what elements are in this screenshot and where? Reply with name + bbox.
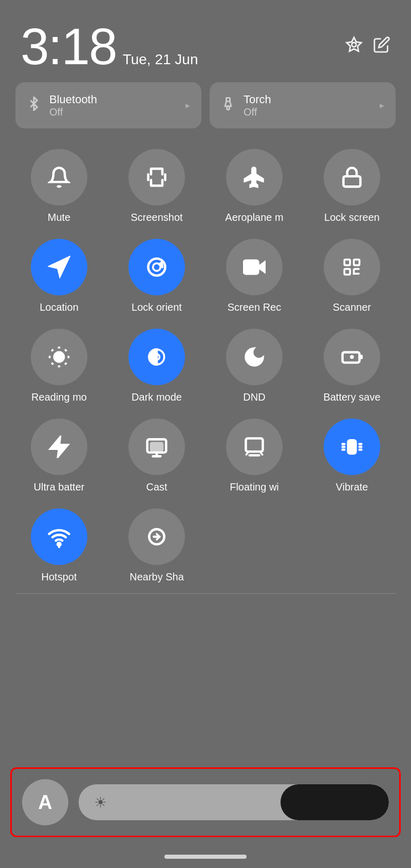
quick-grid-row4: Ultra batter Cast Floating wi xyxy=(0,413,411,498)
cast-circle[interactable] xyxy=(128,419,185,475)
location-circle[interactable] xyxy=(31,239,87,295)
svg-line-24 xyxy=(65,363,67,365)
tile-hotspot[interactable]: Hotspot xyxy=(15,508,103,583)
torch-tile[interactable]: Torch Off ▸ xyxy=(210,82,396,128)
svg-rect-15 xyxy=(354,259,360,265)
divider xyxy=(15,593,396,594)
tile-screenrec[interactable]: Screen Rec xyxy=(211,239,298,313)
svg-point-29 xyxy=(57,354,62,360)
empty-cell-2 xyxy=(308,508,396,583)
bluetooth-tile[interactable]: Bluetooth Off ▸ xyxy=(15,82,201,128)
settings-icon[interactable] xyxy=(345,36,363,57)
screenrec-label: Screen Rec xyxy=(228,301,282,313)
mute-label: Mute xyxy=(48,212,70,223)
brightness-fill xyxy=(281,784,389,820)
batterysave-label: Battery save xyxy=(323,391,380,403)
quick-grid-row3: Reading mo Dark mode DND xyxy=(0,324,411,408)
ultrabattery-circle[interactable] xyxy=(31,419,87,475)
edit-icon[interactable] xyxy=(373,36,390,57)
svg-marker-36 xyxy=(51,438,68,457)
torch-content: Torch Off xyxy=(244,93,271,118)
svg-point-1 xyxy=(352,43,357,47)
bluetooth-arrow: ▸ xyxy=(185,100,190,111)
torch-icon xyxy=(221,97,235,115)
svg-rect-43 xyxy=(348,440,356,454)
svg-rect-13 xyxy=(244,260,258,274)
tile-aeroplane[interactable]: Aeroplane m xyxy=(211,149,298,223)
svg-marker-9 xyxy=(51,258,69,276)
brightness-slider[interactable]: ☀ xyxy=(79,784,389,820)
aeroplane-label: Aeroplane m xyxy=(225,212,283,223)
screenshot-circle[interactable] xyxy=(128,149,185,205)
floatingwi-label: Floating wi xyxy=(230,481,279,493)
bluetooth-content: Bluetooth Off xyxy=(49,93,97,118)
clock-display: 3:18 xyxy=(21,21,117,72)
bottom-controls: A ☀ xyxy=(10,767,401,837)
svg-line-28 xyxy=(65,350,67,351)
readingmode-circle[interactable] xyxy=(31,329,87,385)
tile-batterysave[interactable]: Battery save xyxy=(308,329,396,403)
top-tiles-row: Bluetooth Off ▸ Torch Off ▸ xyxy=(0,82,411,128)
torch-title: Torch xyxy=(244,93,271,106)
vibrate-circle[interactable] xyxy=(324,419,380,475)
tile-vibrate[interactable]: Vibrate xyxy=(308,419,396,493)
date-display: Tue, 21 Jun xyxy=(123,51,198,68)
brightness-icon: ☀ xyxy=(94,794,107,811)
darkmode-label: Dark mode xyxy=(132,391,182,403)
lockscreen-circle[interactable] xyxy=(324,149,380,205)
font-size-button[interactable]: A xyxy=(22,779,68,825)
svg-line-23 xyxy=(52,350,53,351)
lockorient-circle[interactable] xyxy=(128,239,185,295)
tile-dnd[interactable]: DND xyxy=(211,329,298,403)
screenshot-label: Screenshot xyxy=(130,212,182,223)
cast-label: Cast xyxy=(146,481,167,493)
time-section: 3:18 Tue, 21 Jun xyxy=(21,21,198,72)
tile-ultrabattery[interactable]: Ultra batter xyxy=(15,419,103,493)
svg-rect-40 xyxy=(151,443,162,451)
quick-grid-row1: Mute Screenshot Aeroplane m xyxy=(0,144,411,229)
tile-scanner[interactable]: Scanner xyxy=(308,239,396,313)
batterysave-circle[interactable] xyxy=(324,329,380,385)
scanner-label: Scanner xyxy=(333,301,371,313)
tile-lockorient[interactable]: Lock orient xyxy=(113,239,200,313)
bluetooth-title: Bluetooth xyxy=(49,93,97,106)
tile-location[interactable]: Location xyxy=(15,239,103,313)
dnd-label: DND xyxy=(243,391,265,403)
vibrate-label: Vibrate xyxy=(335,481,368,493)
floatingwi-circle[interactable] xyxy=(226,419,283,475)
mute-circle[interactable] xyxy=(31,149,87,205)
tile-nearbysha[interactable]: Nearby Sha xyxy=(113,508,200,583)
bluetooth-status: Off xyxy=(49,106,97,118)
header: 3:18 Tue, 21 Jun xyxy=(0,0,411,82)
screenrec-circle[interactable] xyxy=(226,239,283,295)
svg-rect-41 xyxy=(246,439,263,452)
svg-rect-3 xyxy=(227,106,230,109)
lockorient-label: Lock orient xyxy=(132,301,182,313)
tile-darkmode[interactable]: Dark mode xyxy=(113,329,200,403)
svg-rect-2 xyxy=(227,98,230,101)
nearbysha-circle[interactable] xyxy=(128,508,185,565)
tile-cast[interactable]: Cast xyxy=(113,419,200,493)
tile-screenshot[interactable]: Screenshot xyxy=(113,149,200,223)
tile-readingmode[interactable]: Reading mo xyxy=(15,329,103,403)
hotspot-circle[interactable] xyxy=(31,508,87,565)
svg-marker-0 xyxy=(347,37,361,51)
font-label: A xyxy=(38,791,52,814)
hotspot-label: Hotspot xyxy=(42,571,77,583)
svg-rect-16 xyxy=(344,269,350,275)
tile-mute[interactable]: Mute xyxy=(15,149,103,223)
nav-bar xyxy=(164,855,247,859)
readingmode-label: Reading mo xyxy=(31,391,87,403)
darkmode-circle[interactable] xyxy=(128,329,185,385)
scanner-circle[interactable] xyxy=(324,239,380,295)
empty-cell-1 xyxy=(211,508,298,583)
aeroplane-circle[interactable] xyxy=(226,149,283,205)
tile-floatingwi[interactable]: Floating wi xyxy=(211,419,298,493)
ultrabattery-label: Ultra batter xyxy=(34,481,85,493)
torch-status: Off xyxy=(244,106,271,118)
dnd-circle[interactable] xyxy=(226,329,283,385)
svg-rect-8 xyxy=(344,176,361,186)
header-icons xyxy=(345,36,390,57)
lockscreen-label: Lock screen xyxy=(324,212,380,223)
tile-lockscreen[interactable]: Lock screen xyxy=(308,149,396,223)
